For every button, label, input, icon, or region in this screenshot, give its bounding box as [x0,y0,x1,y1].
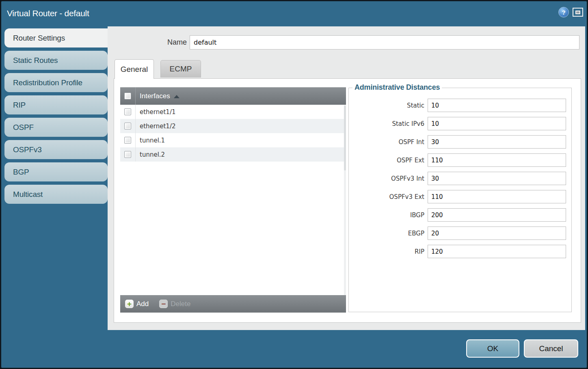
dialog-titlebar: Virtual Router - default ? [1,1,587,26]
field-input[interactable] [428,227,566,240]
field-row: EBGP [349,227,571,240]
maximize-icon-inner [575,11,580,14]
tab[interactable]: ECMP [160,60,201,78]
interface-name: tunnel.1 [136,137,165,144]
field-row: IBGP [349,208,571,222]
sidebar-item[interactable]: Router Settings [4,28,110,47]
field-label: OSPFv3 Ext [349,193,424,201]
sidebar-item-label: Redistribution Profile [13,78,82,87]
sidebar-item[interactable]: RIP [4,95,108,114]
sidebar-item-label: Router Settings [13,34,65,43]
delete-button[interactable]: − Delete [159,300,190,308]
dialog-title: Virtual Router - default [7,9,89,18]
table-scrollbar[interactable] [344,105,346,295]
cancel-button[interactable]: Cancel [524,339,578,358]
ok-button[interactable]: OK [466,339,519,358]
virtual-router-dialog: Virtual Router - default ? Router Settin… [0,0,588,369]
sidebar-item[interactable]: OSPF [4,118,108,137]
field-row: OSPF Int [349,135,571,149]
name-label: Name [148,35,187,50]
row-checkbox[interactable] [124,151,131,158]
select-all-cell [120,87,136,105]
interfaces-table-header: Interfaces [120,87,346,105]
sidebar-item-label: Static Routes [13,56,58,65]
field-label: RIP [349,248,424,255]
field-label: IBGP [349,211,424,219]
sidebar-item-label: OSPF [13,123,34,132]
sidebar-item[interactable]: OSPFv3 [4,140,108,159]
field-label: OSPFv3 Int [349,175,424,182]
add-button-label: Add [136,300,149,308]
tab[interactable]: General [115,59,154,79]
field-label: OSPF Ext [349,157,424,164]
titlebar-icons: ? [558,7,583,17]
row-checkbox-cell [120,105,136,119]
field-row: Static IPv6 [349,117,571,130]
row-checkbox[interactable] [124,123,131,129]
general-tab-panel: Interfaces ethernet1/1 [114,78,581,323]
sidebar-item[interactable]: Redistribution Profile [4,73,108,92]
row-checkbox[interactable] [124,108,131,115]
field-label: Static [349,102,424,109]
interface-row[interactable]: ethernet1/1 [120,105,346,119]
tab-label: General [121,65,148,74]
interfaces-column-title: Interfaces [140,92,170,100]
help-icon[interactable]: ? [558,7,569,17]
interface-row[interactable]: ethernet1/2 [120,119,346,133]
row-checkbox-cell [120,147,136,162]
field-input[interactable] [428,153,566,167]
select-all-checkbox[interactable] [124,93,131,99]
row-checkbox-cell [120,119,136,133]
delete-button-label: Delete [171,300,190,308]
field-row: OSPFv3 Int [349,172,571,185]
field-input[interactable] [428,135,566,149]
maximize-icon[interactable] [573,8,583,17]
field-row: RIP [349,245,571,258]
sidebar-item-label: RIP [13,101,26,110]
interface-row[interactable]: tunnel.1 [120,133,346,147]
sidebar-item[interactable]: BGP [4,162,108,181]
field-input[interactable] [428,99,566,112]
interface-name: ethernet1/2 [136,123,176,130]
name-input[interactable] [190,35,579,50]
interfaces-table: Interfaces ethernet1/1 [120,87,346,313]
sidebar-item-label: Multicast [13,190,43,199]
field-row: Static [349,99,571,112]
field-input[interactable] [428,172,566,185]
minus-icon: − [159,300,168,308]
field-input[interactable] [428,190,566,203]
field-label: EBGP [349,230,424,237]
field-input[interactable] [428,245,566,258]
field-label: Static IPv6 [349,120,424,127]
sort-ascending-icon [174,95,179,98]
field-label: OSPF Int [349,138,424,146]
field-input[interactable] [428,208,566,222]
interfaces-table-body: ethernet1/1 ethernet1/2 [120,105,346,295]
sidebar-item-label: BGP [13,168,29,177]
field-input[interactable] [428,117,566,130]
question-glyph: ? [562,9,565,16]
interfaces-column-header[interactable]: Interfaces [136,92,179,100]
admin-distances-fields: Static Static IPv6 OSPF Int [349,99,571,258]
plus-icon: + [125,300,134,308]
tab-label: ECMP [170,65,192,73]
sidebar-nav: Router Settings Static Routes Redistribu… [4,28,110,207]
admin-distances-fieldset: Administrative Distances Static Static I… [348,88,572,312]
admin-distances-legend: Administrative Distances [352,83,442,92]
interfaces-table-footer: + Add − Delete [120,295,346,313]
interface-name: ethernet1/1 [136,108,176,116]
tab-bar: General ECMP [115,59,201,79]
interface-row[interactable]: tunnel.2 [120,147,346,162]
sidebar-item-label: OSPFv3 [13,145,42,154]
sidebar-item[interactable]: Static Routes [4,51,108,70]
add-button[interactable]: + Add [125,300,149,308]
sidebar-item[interactable]: Multicast [4,185,108,204]
content-panel: Name General ECMP Interfac [108,26,585,330]
row-checkbox-cell [120,133,136,147]
row-checkbox[interactable] [124,137,131,144]
field-row: OSPFv3 Ext [349,190,571,203]
field-row: OSPF Ext [349,153,571,167]
interface-name: tunnel.2 [136,151,165,158]
